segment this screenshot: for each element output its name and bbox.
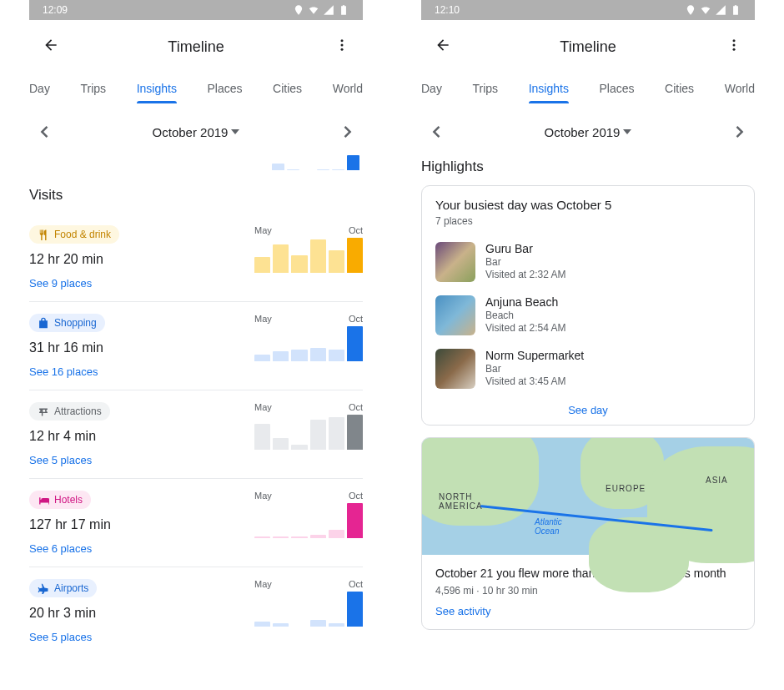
visit-row[interactable]: Attractions12 hr 4 minSee 5 placesMayOct — [29, 390, 363, 479]
tab-places[interactable]: Places — [599, 73, 634, 103]
category-chip: Food & drink — [29, 225, 119, 244]
back-button[interactable] — [39, 33, 63, 60]
chart-bar — [291, 536, 307, 538]
status-icons — [293, 4, 349, 16]
chart-bar — [347, 415, 363, 450]
visit-duration: 127 hr 17 min — [29, 517, 111, 532]
chart-bar — [329, 350, 344, 361]
month-selector[interactable]: October 2019 — [545, 125, 632, 139]
more-vert-icon — [726, 38, 741, 53]
chart-bar — [291, 445, 307, 450]
signal-icon — [323, 4, 334, 16]
chip-label: Food & drink — [54, 229, 111, 240]
see-places-link[interactable]: See 9 places — [29, 277, 119, 290]
bag-icon — [38, 317, 49, 329]
see-places-link[interactable]: See 16 places — [29, 365, 105, 378]
chart-end-label: Oct — [349, 225, 363, 235]
visit-row[interactable]: Hotels127 hr 17 minSee 6 placesMayOct — [29, 479, 363, 567]
tab-trips[interactable]: Trips — [472, 73, 498, 103]
chip-label: Airports — [54, 582, 88, 594]
place-name: Guru Bar — [485, 242, 566, 255]
visit-row[interactable]: Airports20 hr 3 minSee 5 placesMayOct — [29, 567, 363, 655]
chart-bar — [254, 424, 270, 450]
place-row[interactable]: Guru BarBarVisited at 2:32 AM — [435, 235, 741, 289]
busiest-day-card[interactable]: Your busiest day was October 5 7 places … — [421, 185, 755, 426]
tab-insights[interactable]: Insights — [137, 73, 177, 103]
tab-cities[interactable]: Cities — [665, 73, 694, 103]
location-icon — [685, 4, 696, 16]
chip-label: Shopping — [54, 317, 97, 329]
place-time: Visited at 2:54 AM — [485, 322, 566, 334]
overview-bar — [272, 164, 284, 170]
chart-bar — [254, 355, 270, 361]
month-next-button[interactable] — [731, 123, 748, 140]
chart-bar — [329, 530, 344, 538]
busiest-sub: 7 places — [435, 215, 741, 227]
tab-insights[interactable]: Insights — [529, 73, 569, 103]
visit-mini-chart: MayOct — [254, 579, 363, 627]
tab-cities[interactable]: Cities — [273, 73, 302, 103]
app-bar: Timeline — [421, 20, 755, 68]
chart-start-label: May — [254, 225, 272, 235]
visit-row[interactable]: Food & drink12 hr 20 minSee 9 placesMayO… — [29, 214, 363, 302]
category-chip: Attractions — [29, 402, 110, 421]
see-activity-link[interactable]: See activity — [435, 605, 741, 617]
month-prev-button[interactable] — [36, 123, 53, 140]
flight-card[interactable]: NORTHAMERICA EUROPE ASIA AtlanticOcean O… — [421, 437, 755, 630]
more-vert-icon — [334, 38, 349, 53]
tab-world[interactable]: World — [333, 73, 363, 103]
month-label: October 2019 — [545, 125, 621, 139]
see-day-link[interactable]: See day — [435, 395, 741, 416]
place-row[interactable]: Norm SupermarketBarVisited at 3:45 AM — [435, 342, 741, 395]
place-thumbnail — [435, 295, 475, 335]
arrow-left-icon — [43, 37, 59, 53]
see-places-link[interactable]: See 5 places — [29, 631, 97, 643]
place-name: Anjuna Beach — [485, 295, 566, 309]
category-chip: Hotels — [29, 491, 91, 509]
tab-world[interactable]: World — [725, 73, 755, 103]
chart-bar — [254, 622, 270, 627]
wifi-icon — [700, 4, 711, 16]
map-label-as: ASIA — [706, 476, 728, 485]
phone-left: 12:09 Timeline DayTripsInsightsPlacesCit… — [0, 0, 392, 690]
month-next-button[interactable] — [339, 123, 356, 140]
visits-list: Food & drink12 hr 20 minSee 9 placesMayO… — [29, 214, 363, 655]
see-places-link[interactable]: See 5 places — [29, 454, 110, 466]
place-thumbnail — [435, 349, 475, 389]
chart-bar — [291, 255, 307, 273]
chip-label: Attractions — [54, 405, 102, 417]
status-icons — [685, 4, 741, 16]
see-places-link[interactable]: See 6 places — [29, 542, 111, 555]
overview-bar — [332, 169, 344, 170]
back-button[interactable] — [431, 33, 455, 60]
flight-map: NORTHAMERICA EUROPE ASIA AtlanticOcean — [422, 438, 754, 555]
overflow-menu-button[interactable] — [723, 34, 745, 59]
svg-point-1 — [341, 44, 344, 47]
svg-point-3 — [733, 39, 736, 42]
wifi-icon — [308, 4, 319, 16]
chart-bar — [310, 535, 326, 538]
overview-bar — [287, 169, 299, 170]
tab-places[interactable]: Places — [207, 73, 242, 103]
place-type: Beach — [485, 310, 566, 321]
status-time: 12:10 — [435, 4, 460, 16]
tabs-left: DayTripsInsightsPlacesCitiesWorld — [29, 68, 363, 103]
overflow-menu-button[interactable] — [331, 34, 353, 59]
place-row[interactable]: Anjuna BeachBeachVisited at 2:54 AM — [435, 289, 741, 342]
page-title: Timeline — [560, 38, 616, 56]
month-selector[interactable]: October 2019 — [153, 125, 240, 139]
visit-mini-chart: MayOct — [254, 402, 363, 450]
utensils-icon — [38, 229, 49, 240]
status-time: 12:09 — [43, 4, 68, 16]
place-time: Visited at 2:32 AM — [485, 269, 566, 280]
visit-row[interactable]: Shopping31 hr 16 minSee 16 placesMayOct — [29, 302, 363, 390]
chart-bar — [273, 351, 289, 361]
place-type: Bar — [485, 363, 584, 375]
month-prev-button[interactable] — [428, 123, 445, 140]
overview-mini-chart — [29, 150, 363, 170]
overview-bar — [347, 155, 359, 170]
phone-right: 12:10 Timeline DayTripsInsightsPlacesCit… — [392, 0, 784, 690]
tab-day[interactable]: Day — [29, 73, 50, 103]
tab-trips[interactable]: Trips — [80, 73, 106, 103]
tab-day[interactable]: Day — [421, 73, 442, 103]
